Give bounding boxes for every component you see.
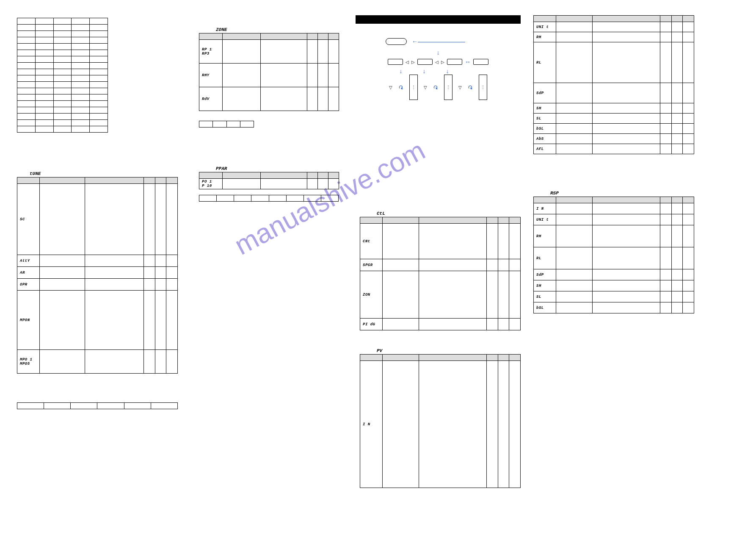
cell xyxy=(419,319,486,330)
cell xyxy=(592,247,660,269)
dots-icon: ⋮ xyxy=(411,86,416,89)
cell xyxy=(486,259,498,271)
caption-rsp: RSP xyxy=(550,191,559,196)
cell xyxy=(683,247,694,269)
right-top-table: UNI t RH RL SdP SH SL bSL AbS AFL xyxy=(533,15,694,154)
cell xyxy=(660,134,671,144)
triangle-left-icon: ◁ xyxy=(406,60,409,64)
cell xyxy=(90,25,108,31)
triangle-down-icon: ▽ xyxy=(424,85,427,90)
cell xyxy=(592,225,660,247)
cell xyxy=(556,114,592,124)
cell xyxy=(90,44,108,50)
cell xyxy=(660,291,671,302)
cell xyxy=(671,42,683,83)
header-cell xyxy=(671,197,683,203)
header-cell xyxy=(166,177,178,184)
cell xyxy=(35,31,53,37)
cell xyxy=(671,114,683,124)
cell xyxy=(486,319,498,330)
cell xyxy=(671,103,683,114)
cell xyxy=(592,214,660,225)
header-cell xyxy=(486,217,498,224)
cell xyxy=(383,319,419,330)
cell xyxy=(486,361,498,488)
param-code: AR xyxy=(17,267,40,279)
header-cell xyxy=(318,172,328,179)
arrow-loop-icon: ↻ xyxy=(468,84,473,91)
arrow-left-icon: ←―――――――― xyxy=(412,38,465,45)
header-cell xyxy=(383,355,419,361)
cell xyxy=(498,224,509,259)
cell xyxy=(660,103,671,114)
cell xyxy=(671,32,683,42)
cell xyxy=(53,107,72,114)
cell xyxy=(592,302,660,313)
param-code: SPGR xyxy=(360,259,383,271)
cell xyxy=(143,255,155,267)
cell xyxy=(143,350,155,374)
header-cell xyxy=(534,16,556,22)
flow-node xyxy=(473,59,488,65)
cell xyxy=(90,75,108,82)
cell xyxy=(35,114,53,120)
cell xyxy=(35,94,53,101)
cell xyxy=(592,203,660,214)
param-code: PI dG xyxy=(360,319,383,330)
cell xyxy=(90,94,108,101)
header-cell xyxy=(307,172,318,179)
cell xyxy=(383,361,419,488)
cell xyxy=(53,37,72,44)
cell xyxy=(143,279,155,291)
cell xyxy=(166,350,178,374)
arrow-down-icon: ↓ xyxy=(400,68,403,75)
caption-pv: PV xyxy=(377,348,382,353)
param-code: RP 1 RP3 xyxy=(199,40,223,64)
cell xyxy=(419,259,486,271)
cell xyxy=(318,40,328,64)
cell xyxy=(72,56,90,63)
cell xyxy=(671,144,683,154)
header-cell xyxy=(40,177,85,184)
header-cell xyxy=(360,217,383,224)
cell xyxy=(72,94,90,101)
cell xyxy=(419,224,486,259)
cell xyxy=(486,224,498,259)
cell xyxy=(318,64,328,87)
cell xyxy=(683,114,694,124)
cell xyxy=(72,69,90,75)
cell xyxy=(97,403,124,409)
cell xyxy=(17,56,36,63)
cell xyxy=(40,255,85,267)
header-cell xyxy=(498,217,509,224)
cell xyxy=(509,224,521,259)
header-cell xyxy=(683,16,694,22)
cell xyxy=(17,107,36,114)
cell xyxy=(72,25,90,31)
header-cell xyxy=(360,355,383,361)
cell xyxy=(85,291,144,350)
cell xyxy=(556,225,592,247)
cell xyxy=(671,269,683,280)
cell xyxy=(17,75,36,82)
zone-strip xyxy=(199,121,254,128)
cell xyxy=(53,126,72,133)
param-code: SdP xyxy=(534,83,556,103)
cell xyxy=(223,64,261,87)
cell xyxy=(683,214,694,225)
cell xyxy=(72,37,90,44)
cell xyxy=(556,83,592,103)
cell xyxy=(53,88,72,94)
triangle-down-icon: ▽ xyxy=(458,85,462,90)
param-code: CNt xyxy=(360,224,383,259)
header-cell xyxy=(383,217,419,224)
zone-table: RP 1 RP3 RHY RdV xyxy=(199,33,339,111)
cell xyxy=(35,63,53,69)
cell xyxy=(498,319,509,330)
cell xyxy=(143,291,155,350)
header-cell xyxy=(199,33,223,40)
cell xyxy=(53,18,72,25)
cell xyxy=(261,40,307,64)
param-code: ZON xyxy=(360,271,383,319)
cell xyxy=(660,214,671,225)
